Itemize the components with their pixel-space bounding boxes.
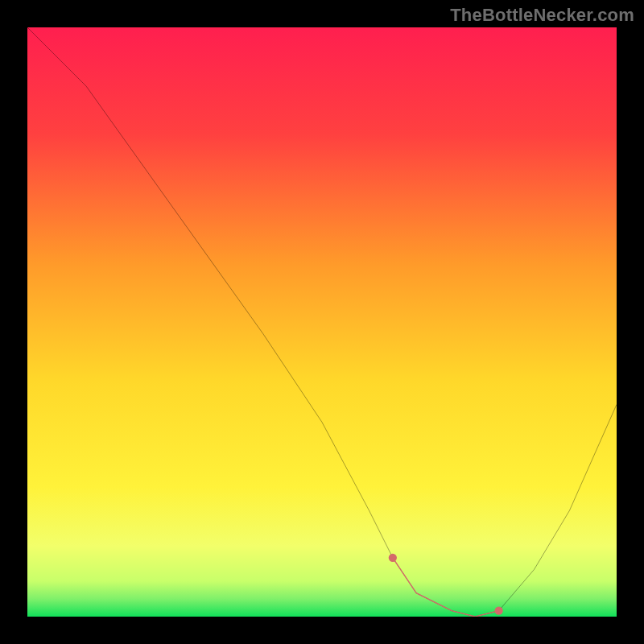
watermark-text: TheBottleNecker.com bbox=[450, 5, 634, 26]
plot-area bbox=[27, 27, 617, 617]
highlight-dot-start bbox=[389, 554, 397, 562]
bottleneck-curve bbox=[27, 27, 617, 617]
highlight-dot-end bbox=[494, 607, 502, 615]
chart-frame: TheBottleNecker.com bbox=[0, 0, 644, 644]
curve-highlight bbox=[393, 558, 499, 617]
curve-main bbox=[27, 27, 617, 617]
